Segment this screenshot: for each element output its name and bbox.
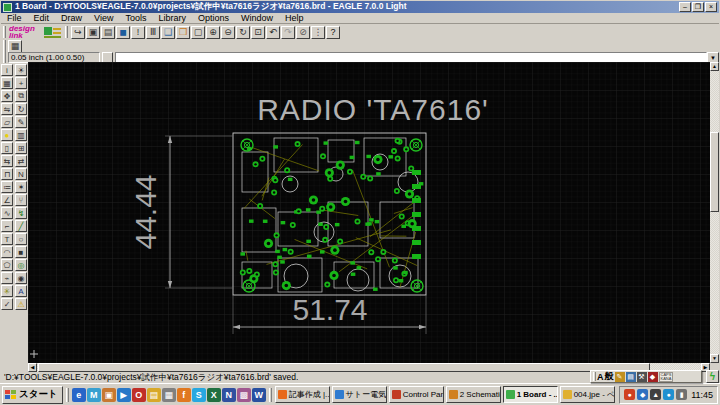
tray-display-icon[interactable]: ▮ <box>676 389 687 400</box>
langbar-grip[interactable] <box>593 372 596 381</box>
errors-icon[interactable]: ⚠ <box>15 298 27 310</box>
save-icon[interactable]: ▣ <box>86 26 100 39</box>
show-icon[interactable]: ☀ <box>15 64 27 76</box>
cut-icon[interactable]: ● <box>1 129 13 141</box>
ie-icon[interactable]: e <box>72 388 86 402</box>
printer-icon[interactable]: ▦ <box>162 388 176 402</box>
menu-tools[interactable]: Tools <box>119 13 152 24</box>
dictionary-icon[interactable]: ▤ <box>626 372 636 382</box>
zoom-select-icon[interactable]: ⊡ <box>251 26 265 39</box>
grid-settings-icon[interactable]: ▦ <box>8 40 22 53</box>
zoom-in-icon[interactable]: ⊕ <box>206 26 220 39</box>
excel-icon[interactable]: X <box>207 388 221 402</box>
menu-help[interactable]: Help <box>279 13 310 24</box>
tray-update-icon[interactable]: ◆ <box>637 389 648 400</box>
value-icon[interactable]: ≔ <box>1 181 13 193</box>
close-button[interactable]: × <box>705 2 717 12</box>
notes-icon[interactable]: N <box>222 388 236 402</box>
designlink-logo[interactable]: design link <box>9 25 41 39</box>
tools-icon[interactable]: ⚒ <box>637 372 647 382</box>
picture-viewer-icon[interactable]: ▣ <box>102 388 116 402</box>
mark-icon[interactable]: + <box>15 77 27 89</box>
ime-language-bar[interactable]: A 般 ✎▤⚒◆ CAPSKANA <box>590 370 702 383</box>
skype-icon[interactable]: S <box>192 388 206 402</box>
delete-icon[interactable]: ▯ <box>1 142 13 154</box>
horizontal-scroll-thumb[interactable] <box>38 363 650 372</box>
ime-pad-icon[interactable]: ✎ <box>615 372 625 382</box>
miter-icon[interactable]: ∠ <box>1 194 13 206</box>
autorouter-icon[interactable]: A <box>15 285 27 297</box>
rectangle-icon[interactable]: ■ <box>15 246 27 258</box>
media-player-icon[interactable]: ▶ <box>117 388 131 402</box>
toolbar-grip[interactable] <box>3 52 6 64</box>
display-icon[interactable]: ▦ <box>1 77 13 89</box>
scroll-left-button[interactable]: ◀ <box>28 363 37 372</box>
restore-button[interactable]: ❐ <box>692 2 704 12</box>
ime-conversion-mode[interactable]: 般 <box>605 370 614 383</box>
opera-icon[interactable]: O <box>132 388 146 402</box>
replace-icon[interactable]: ⇄ <box>15 155 27 167</box>
tray-security-icon[interactable]: ▲ <box>650 389 661 400</box>
ratsnest-icon[interactable]: ✳ <box>1 285 13 297</box>
firefox-icon[interactable]: f <box>177 388 191 402</box>
board-canvas[interactable]: RADIO 'TA7616'44.4451.74 <box>28 62 710 363</box>
properties-icon[interactable]: ◆ <box>648 372 658 382</box>
smash-icon[interactable]: ✶ <box>15 181 27 193</box>
optimize-icon[interactable]: ∿ <box>1 207 13 219</box>
menu-options[interactable]: Options <box>192 13 235 24</box>
minimize-button[interactable]: – <box>679 2 691 12</box>
window-titlebar[interactable]: 1 Board - D:¥TOOLS¥EAGLE-7.0.0¥projects¥… <box>1 1 719 13</box>
copy-icon[interactable]: ⧉ <box>15 90 27 102</box>
print-icon[interactable]: ▤ <box>101 26 115 39</box>
taskbar-grip[interactable] <box>66 388 69 402</box>
info-icon[interactable]: i <box>1 64 13 76</box>
vertical-scrollbar[interactable]: ▲ ▼ <box>710 62 719 363</box>
display-layers-icon[interactable]: ❑ <box>161 26 175 39</box>
cam-processor-icon[interactable]: ◼ <box>116 26 130 39</box>
menu-window[interactable]: Window <box>235 13 279 24</box>
via-icon[interactable]: ◎ <box>15 259 27 271</box>
run-ulp-icon[interactable]: Ⅲ <box>146 26 160 39</box>
word-icon[interactable]: W <box>252 388 266 402</box>
mail-icon[interactable]: M <box>87 388 101 402</box>
layer-color-icon[interactable]: ❒ <box>176 26 190 39</box>
mirror-icon[interactable]: ⇋ <box>1 103 13 115</box>
pcb-elements-logo[interactable] <box>42 26 62 39</box>
polygon-icon[interactable]: ⬠ <box>1 259 13 271</box>
menu-file[interactable]: File <box>1 13 28 24</box>
menu-edit[interactable]: Edit <box>28 13 56 24</box>
circle-icon[interactable]: ○ <box>15 233 27 245</box>
go-icon[interactable]: ⋮ <box>311 26 325 39</box>
zoom-redraw-icon[interactable]: ↻ <box>236 26 250 39</box>
ime-toolbar-icon[interactable]: ϟ <box>706 370 719 383</box>
task-paint[interactable]: 004.jpe - ペイ... <box>560 386 615 403</box>
arc-icon[interactable]: ◠ <box>1 246 13 258</box>
group-icon[interactable]: ▱ <box>1 116 13 128</box>
task-control-panel[interactable]: Control Pane... <box>389 386 444 403</box>
menu-draw[interactable]: Draw <box>55 13 88 24</box>
scroll-down-button[interactable]: ▼ <box>710 354 719 363</box>
wire-icon[interactable]: ╱ <box>15 220 27 232</box>
help-icon[interactable]: ? <box>326 26 340 39</box>
redo-icon[interactable]: ↷ <box>281 26 295 39</box>
photo-icon[interactable]: ▩ <box>237 388 251 402</box>
scroll-up-button[interactable]: ▲ <box>710 62 719 71</box>
tray-sound-icon[interactable]: ● <box>663 389 674 400</box>
pinswap-icon[interactable]: ⇆ <box>1 155 13 167</box>
split-icon[interactable]: ⑂ <box>15 194 27 206</box>
menu-library[interactable]: Library <box>152 13 192 24</box>
stop-icon[interactable]: ⊘ <box>296 26 310 39</box>
ripup-icon[interactable]: ⌐ <box>1 220 13 232</box>
add-icon[interactable]: ⊞ <box>15 142 27 154</box>
hole-icon[interactable]: ◉ <box>15 272 27 284</box>
name-icon[interactable]: N <box>15 168 27 180</box>
signal-icon[interactable]: ⌁ <box>1 272 13 284</box>
move-icon[interactable]: ✥ <box>1 90 13 102</box>
menu-view[interactable]: View <box>88 13 119 24</box>
folder-icon[interactable]: ▤ <box>147 388 161 402</box>
ime-input-mode[interactable]: A <box>597 372 604 382</box>
task-article[interactable]: 記事作成 |... <box>275 386 330 403</box>
taskbar-grip[interactable] <box>269 388 272 402</box>
caps-kana-indicator[interactable]: CAPSKANA <box>659 372 674 382</box>
toolbar-grip[interactable] <box>3 40 6 52</box>
